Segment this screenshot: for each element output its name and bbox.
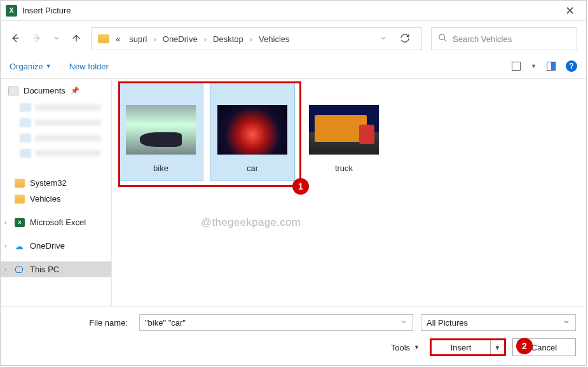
chevron-down-icon: ▼ [414,344,420,350]
navigation-pane: Documents 📌 System32 Vehicles › X Micros… [1,79,112,306]
sidebar-blurred-item [20,116,101,129]
breadcrumb-seg[interactable]: Desktop [210,34,246,44]
cloud-icon: ☁ [15,242,25,251]
filter-label: All Pictures [427,318,468,328]
chevron-down-icon: ▼ [46,63,51,69]
file-name-label: File name: [11,318,132,328]
sidebar-item-label: This PC [30,265,59,274]
cancel-label: Cancel [531,343,557,352]
file-item-truck[interactable]: truck [301,83,386,181]
file-name-label: car [247,163,258,173]
insert-picture-dialog: X Insert Picture ✕ « supri › OneDrive › [0,0,587,366]
expander-icon[interactable]: › [4,242,6,249]
thumbnail [217,105,287,155]
recent-dropdown[interactable] [53,34,60,44]
search-placeholder: Search Vehicles [453,34,512,44]
preview-pane-toggle[interactable] [547,62,556,71]
annotation-badge-2: 2 [516,338,533,354]
breadcrumb-prefix: « [113,34,123,44]
document-icon [8,87,18,95]
sidebar-item-label: OneDrive [30,241,65,251]
svg-point-0 [439,34,445,40]
expander-icon[interactable]: › [4,266,6,273]
sidebar-blurred-item [20,101,101,114]
insert-dropdown[interactable]: ▼ [490,340,504,354]
breadcrumb-seg[interactable]: OneDrive [160,34,200,44]
content-area: Documents 📌 System32 Vehicles › X Micros… [1,79,586,306]
thumbnail [309,105,379,155]
sidebar-excel[interactable]: › X Microsoft Excel [1,214,111,230]
refresh-button[interactable] [395,33,415,45]
folder-icon [15,179,25,188]
file-item-bike[interactable]: bike [118,83,203,181]
file-list-pane[interactable]: 1 bike car truck @thegeekpage.com [112,79,586,306]
breadcrumb-seg[interactable]: Vehicles [256,34,292,44]
thumbnail [126,105,196,155]
view-large-icon[interactable] [512,62,521,71]
search-icon [438,33,448,45]
excel-icon: X [15,218,25,227]
sidebar-item-label: Documents [24,86,65,95]
title-bar: X Insert Picture ✕ [1,1,586,21]
up-button[interactable] [71,32,82,46]
chevron-down-icon [563,318,570,328]
file-name-label: bike [153,163,168,173]
folder-icon [15,195,25,204]
nav-bar: « supri › OneDrive › Desktop › Vehicles … [1,21,586,57]
back-button[interactable] [10,32,21,46]
sidebar-onedrive[interactable]: › ☁ OneDrive [1,238,111,254]
insert-button[interactable]: Insert ▼ [430,338,506,356]
sidebar-system32[interactable]: System32 [1,175,111,191]
forward-button[interactable] [31,32,43,46]
insert-label: Insert [432,343,490,352]
watermark-text: @thegeekpage.com [201,216,301,229]
file-item-car[interactable]: car [210,83,295,181]
new-folder-button[interactable]: New folder [69,62,109,71]
pin-icon: 📌 [71,87,79,95]
sidebar-vehicles[interactable]: Vehicles [1,191,111,207]
sidebar-blurred-item [20,132,101,144]
annotation-badge-1: 1 [292,178,309,195]
monitor-icon: 🖵 [15,265,25,274]
file-name-value: "bike" "car" [145,318,186,328]
expander-icon[interactable]: › [4,219,6,226]
window-title: Insert Picture [22,6,559,15]
tools-menu[interactable]: Tools ▼ [391,343,420,352]
sidebar-documents[interactable]: Documents 📌 [1,83,111,99]
close-button[interactable]: ✕ [559,4,581,18]
file-name-label: truck [335,163,353,173]
sidebar-item-label: Vehicles [30,194,60,204]
chevron-right-icon: › [250,34,252,44]
sidebar-item-label: System32 [30,178,67,188]
folder-icon [98,34,109,43]
chevron-right-icon: › [204,34,207,44]
bottom-panel: File name: "bike" "car" All Pictures Too… [1,306,586,365]
sidebar-item-label: Microsoft Excel [30,218,86,227]
chevron-right-icon: › [153,34,156,44]
new-folder-label: New folder [69,62,109,71]
organize-menu[interactable]: Organize ▼ [10,62,51,71]
sidebar-this-pc[interactable]: › 🖵 This PC [1,261,111,277]
sidebar-blurred-item [20,147,101,160]
view-dropdown[interactable]: ▼ [531,63,537,69]
breadcrumb-dropdown[interactable] [376,34,391,44]
search-box[interactable]: Search Vehicles [431,27,577,50]
tools-label: Tools [391,343,410,352]
help-button[interactable]: ? [566,60,577,72]
chevron-down-icon[interactable] [400,318,407,328]
organize-label: Organize [10,62,43,71]
breadcrumb-bar[interactable]: « supri › OneDrive › Desktop › Vehicles [91,27,422,50]
excel-icon: X [6,5,17,17]
file-type-filter[interactable]: All Pictures [421,314,576,331]
toolbar: Organize ▼ New folder ▼ ? [1,57,586,79]
file-name-input[interactable]: "bike" "car" [139,314,413,331]
nav-arrows [10,32,82,46]
breadcrumb-seg[interactable]: supri [126,34,149,44]
